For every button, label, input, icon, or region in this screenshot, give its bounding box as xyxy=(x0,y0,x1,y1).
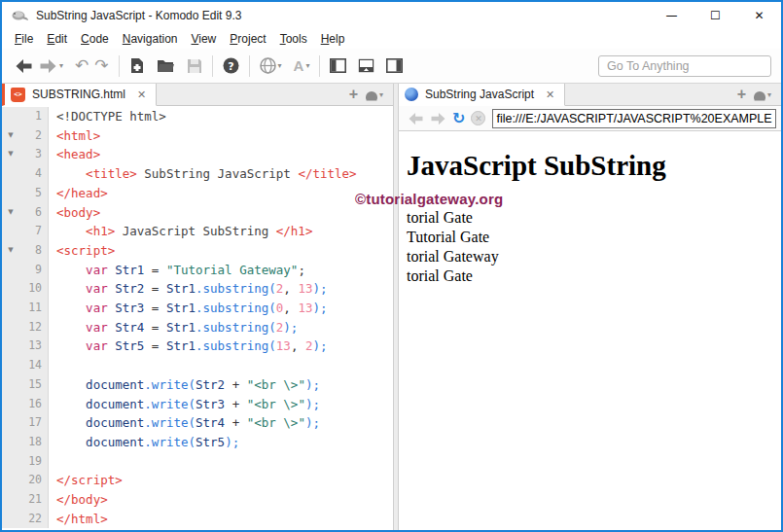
komodo-app-icon xyxy=(10,8,29,23)
code-line[interactable]: 20</script> xyxy=(2,471,393,490)
forward-button[interactable]: ▾ xyxy=(36,53,66,80)
go-to-anything-input[interactable] xyxy=(598,55,771,77)
code-line[interactable]: 10 var Str2 = Str1.substring(2, 13); xyxy=(2,279,393,299)
code-line[interactable]: 19 xyxy=(2,452,393,472)
line-number: 10 xyxy=(19,279,49,299)
code-line[interactable]: ▼6<body> xyxy=(2,203,393,223)
save-button[interactable] xyxy=(184,53,205,80)
fold-arrow-icon[interactable]: ▼ xyxy=(2,145,19,164)
browser-back-icon xyxy=(408,112,424,125)
fold-gutter xyxy=(2,452,19,472)
editor-tab-close-icon[interactable]: ✕ xyxy=(135,89,148,101)
menu-view[interactable]: View xyxy=(184,31,223,47)
code-line[interactable]: 7 <h1> JavaScript SubString </h1> xyxy=(2,222,393,241)
code-line[interactable]: 13 var Str5 = Str1.substring(13, 2); xyxy=(2,337,393,356)
code-text: document.write(Str3 + "<br \>"); xyxy=(49,395,320,414)
code-line[interactable]: 15 document.write(Str2 + "<br \>"); xyxy=(2,375,393,395)
code-text: <script> xyxy=(49,241,115,261)
toggle-bottom-pane-button[interactable] xyxy=(355,53,377,80)
code-line[interactable]: 4 <title> SubString JavaScript </title> xyxy=(2,164,393,184)
browser-tab-close-icon[interactable]: ✕ xyxy=(544,89,556,101)
menu-edit[interactable]: Edit xyxy=(40,31,74,47)
tab-options-button[interactable]: ▾ xyxy=(752,90,773,99)
code-line[interactable]: 17 document.write(Str4 + "<br \>"); xyxy=(2,413,393,433)
close-button[interactable]: ✕ xyxy=(737,2,781,29)
code-line[interactable]: 9 var Str1 = "Tutorial Gateway"; xyxy=(2,261,393,280)
address-bar-input[interactable] xyxy=(492,109,776,128)
font-dropdown-caret-icon[interactable]: ▾ xyxy=(305,61,309,70)
browser-refresh-button[interactable]: ↻ xyxy=(449,109,468,127)
code-text: var Str2 = Str1.substring(2, 13); xyxy=(49,279,328,299)
toolbar-separator xyxy=(319,55,320,77)
code-line[interactable]: 1<!DOCTYPE html> xyxy=(2,107,393,126)
line-number: 22 xyxy=(19,510,49,529)
minimize-button[interactable]: — xyxy=(650,2,694,29)
preview-browser-button[interactable]: ▾ xyxy=(257,53,285,80)
tab-options-button[interactable]: ▾ xyxy=(364,90,385,99)
menu-file[interactable]: File xyxy=(8,31,40,47)
code-line[interactable]: 5</head> xyxy=(2,184,393,203)
menu-code[interactable]: Code xyxy=(74,31,116,47)
new-file-icon xyxy=(129,57,145,74)
help-button[interactable]: ? xyxy=(220,53,242,80)
browser-pane: SubString JavaScript ✕ + ▾ xyxy=(399,84,781,530)
code-line[interactable]: 14 xyxy=(2,356,393,375)
browser-output-line: torial Gate xyxy=(407,266,781,286)
new-tab-button[interactable]: + xyxy=(343,86,364,103)
code-line[interactable]: 21</body> xyxy=(2,490,393,510)
fold-arrow-icon[interactable]: ▼ xyxy=(2,126,19,146)
tab-options-caret-icon: ▾ xyxy=(379,90,383,99)
toggle-left-pane-button[interactable] xyxy=(327,53,349,80)
line-number: 14 xyxy=(19,356,49,375)
undo-button[interactable]: ↶ xyxy=(72,53,91,80)
toggle-right-pane-button[interactable] xyxy=(383,53,406,80)
browser-dropdown-caret-icon[interactable]: ▾ xyxy=(278,61,282,70)
editor-pane: <> SUBSTRING.html ✕ + ▾ 1<!DOCTYPE html>… xyxy=(2,84,393,530)
code-line[interactable]: ▼3<head> xyxy=(2,145,393,164)
editor-tabstrip: <> SUBSTRING.html ✕ + ▾ xyxy=(2,84,393,106)
code-line[interactable]: 12 var Str4 = Str1.substring(2); xyxy=(2,318,393,337)
forward-arrow-icon xyxy=(39,58,57,74)
code-text: var Str4 = Str1.substring(2); xyxy=(49,318,298,337)
line-number: 7 xyxy=(19,222,49,241)
open-file-button[interactable] xyxy=(154,53,178,80)
code-text: </head> xyxy=(49,184,108,203)
redo-button[interactable]: ↷ xyxy=(91,53,111,80)
browser-stop-button[interactable]: ✕ xyxy=(468,111,488,125)
code-line[interactable]: 11 var Str3 = Str1.substring(0, 13); xyxy=(2,299,393,318)
menu-navigation[interactable]: Navigation xyxy=(116,31,185,47)
fold-gutter xyxy=(2,164,19,184)
tab-browser-preview[interactable]: SubString JavaScript ✕ xyxy=(399,84,565,106)
menu-tools[interactable]: Tools xyxy=(273,31,314,47)
code-text: document.write(Str4 + "<br \>"); xyxy=(49,413,320,433)
code-line[interactable]: 22</html> xyxy=(2,510,393,529)
maximize-button[interactable]: ☐ xyxy=(694,2,737,29)
fold-gutter xyxy=(2,395,19,414)
code-text: <title> SubString JavaScript </title> xyxy=(49,164,357,184)
fold-arrow-icon[interactable]: ▼ xyxy=(2,203,19,223)
fold-arrow-icon[interactable]: ▼ xyxy=(2,241,19,261)
back-button[interactable] xyxy=(12,53,36,80)
code-line[interactable]: 18 document.write(Str5); xyxy=(2,433,393,452)
menu-help[interactable]: Help xyxy=(314,31,352,47)
browser-output-line: Tutorial Gate xyxy=(407,228,781,247)
tab-substring-html[interactable]: <> SUBSTRING.html ✕ xyxy=(2,84,157,106)
browser-forward-icon xyxy=(430,112,446,125)
browser-back-button[interactable] xyxy=(405,112,427,125)
new-tab-button[interactable]: + xyxy=(731,86,752,103)
line-number: 9 xyxy=(19,261,49,280)
editor-strip-tools: + ▾ xyxy=(343,84,393,105)
menu-project[interactable]: Project xyxy=(223,31,272,47)
forward-dropdown-caret-icon[interactable]: ▾ xyxy=(59,61,63,70)
toolbar-separator xyxy=(119,55,120,77)
code-line[interactable]: 16 document.write(Str3 + "<br \>"); xyxy=(2,395,393,414)
font-size-button[interactable]: A ▾ xyxy=(291,53,313,80)
new-file-button[interactable] xyxy=(126,53,148,80)
code-line[interactable]: ▼8<script> xyxy=(2,241,393,261)
save-floppy-icon xyxy=(187,58,202,74)
browser-forward-button[interactable] xyxy=(427,112,449,125)
menubar: File Edit Code Navigation View Project T… xyxy=(2,29,781,49)
code-editor[interactable]: 1<!DOCTYPE html>▼2<html>▼3<head>4 <title… xyxy=(2,106,393,530)
line-number: 1 xyxy=(19,107,49,126)
code-line[interactable]: ▼2<html> xyxy=(2,126,393,146)
